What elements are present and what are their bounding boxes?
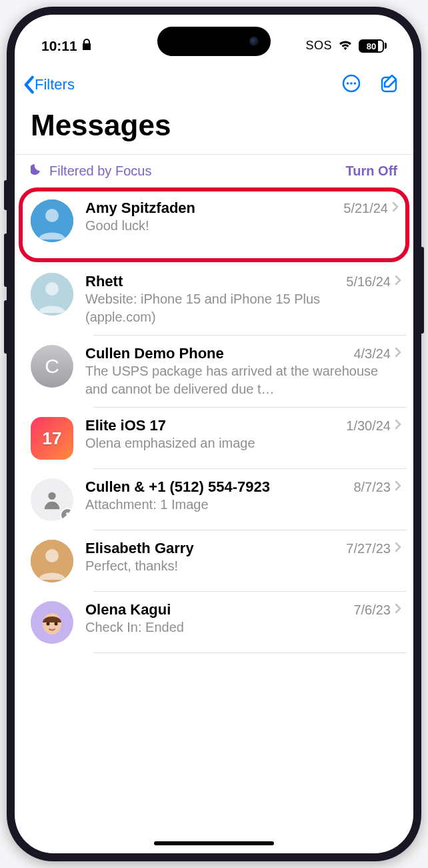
- home-indicator[interactable]: [154, 841, 274, 845]
- compose-button[interactable]: [380, 73, 400, 96]
- conversation-row[interactable]: 17Elite iOS 171/30/24Olena emphasized an…: [21, 408, 407, 469]
- conversation-name: Olena Kagui: [85, 601, 171, 618]
- conversation-preview: Website: iPhone 15 and iPhone 15 Plus (a…: [85, 290, 401, 326]
- conversation-row[interactable]: Cullen & +1 (512) 554-79238/7/23Attachme…: [21, 469, 407, 530]
- chevron-right-icon: [395, 347, 401, 360]
- phone-volume-up: [4, 234, 8, 287]
- avatar: [31, 601, 73, 644]
- conversation-name: Rhett: [85, 273, 123, 290]
- svg-point-8: [45, 282, 59, 296]
- conversation-preview: Perfect, thanks!: [85, 557, 401, 575]
- phone-volume-down: [4, 300, 8, 354]
- conversation-name: Amy Spitzfaden: [85, 199, 195, 217]
- conversation-name: Elisabeth Garry: [85, 540, 194, 557]
- conversation-preview: Attachment: 1 Image: [85, 496, 401, 514]
- battery-indicator: 80: [359, 39, 387, 53]
- moon-icon: [31, 163, 44, 179]
- conversation-date: 4/3/24: [353, 346, 391, 362]
- focus-filter-label: Filtered by Focus: [49, 163, 151, 179]
- chevron-right-icon: [395, 480, 401, 494]
- conversation-row[interactable]: Amy Spitzfaden5/21/24Good luck!: [19, 187, 409, 262]
- phone-silent-switch: [4, 180, 8, 210]
- conversation-preview: The USPS package has arrived at the ware…: [85, 362, 401, 398]
- phone-frame: 10:11 SOS 80 Filters: [7, 7, 421, 861]
- conversation-date: 5/16/24: [346, 274, 391, 290]
- status-time: 10:11: [41, 38, 77, 54]
- phone-power-button: [420, 247, 424, 334]
- avatar: C: [31, 345, 73, 388]
- focus-filter-bar: Filtered by Focus Turn Off: [15, 155, 413, 186]
- svg-point-16: [55, 622, 58, 626]
- conversation-preview: Good luck!: [85, 217, 399, 235]
- dynamic-island: [157, 27, 271, 56]
- conversation-row[interactable]: Elisabeth Garry7/27/23Perfect, thanks!: [21, 530, 407, 592]
- back-button[interactable]: Filters: [23, 75, 75, 94]
- conversation-row[interactable]: Rhett5/16/24Website: iPhone 15 and iPhon…: [21, 264, 407, 336]
- svg-point-9: [48, 492, 55, 500]
- conversation-preview: Olena emphasized an image: [85, 434, 401, 452]
- conversation-row[interactable]: Olena Kagui7/6/23Check In: Ended: [21, 592, 407, 653]
- conversation-date: 7/27/23: [346, 541, 391, 556]
- svg-point-12: [45, 549, 59, 562]
- lock-icon: [81, 38, 92, 54]
- svg-point-14: [43, 613, 61, 634]
- focus-turn-off-button[interactable]: Turn Off: [346, 163, 397, 179]
- screen: 10:11 SOS 80 Filters: [15, 15, 413, 853]
- svg-point-10: [66, 512, 69, 515]
- conversation-row[interactable]: CCullen Demo Phone4/3/24The USPS package…: [21, 336, 407, 408]
- chevron-right-icon: [395, 275, 401, 288]
- chevron-right-icon: [392, 201, 399, 215]
- avatar: [31, 478, 73, 521]
- svg-point-15: [47, 622, 50, 626]
- conversation-date: 1/30/24: [346, 418, 391, 434]
- avatar: [31, 273, 73, 316]
- conversation-name: Elite iOS 17: [85, 417, 166, 434]
- svg-point-3: [354, 82, 357, 85]
- conversation-name: Cullen Demo Phone: [85, 345, 224, 362]
- chevron-right-icon: [395, 419, 401, 432]
- conversation-preview: Check In: Ended: [85, 618, 401, 636]
- chevron-right-icon: [395, 542, 401, 555]
- status-sos: SOS: [305, 39, 332, 53]
- divider: [93, 653, 407, 653]
- conversation-date: 5/21/24: [343, 201, 388, 216]
- conversation-name: Cullen & +1 (512) 554-7923: [85, 478, 270, 496]
- conversation-list[interactable]: Amy Spitzfaden5/21/24Good luck!Rhett5/16…: [15, 187, 413, 653]
- avatar: [31, 540, 73, 582]
- wifi-icon: [337, 38, 353, 54]
- chevron-right-icon: [395, 603, 401, 616]
- avatar: [31, 199, 73, 242]
- svg-point-1: [347, 82, 349, 85]
- more-options-button[interactable]: [341, 73, 361, 96]
- svg-point-2: [350, 82, 353, 85]
- svg-point-6: [45, 209, 59, 222]
- nav-bar: Filters: [15, 65, 413, 105]
- avatar: 17: [31, 417, 73, 460]
- conversation-date: 8/7/23: [353, 480, 391, 495]
- conversation-date: 7/6/23: [353, 602, 391, 618]
- group-badge-icon: [60, 508, 73, 521]
- page-title: Messages: [15, 105, 413, 155]
- back-label: Filters: [35, 76, 75, 93]
